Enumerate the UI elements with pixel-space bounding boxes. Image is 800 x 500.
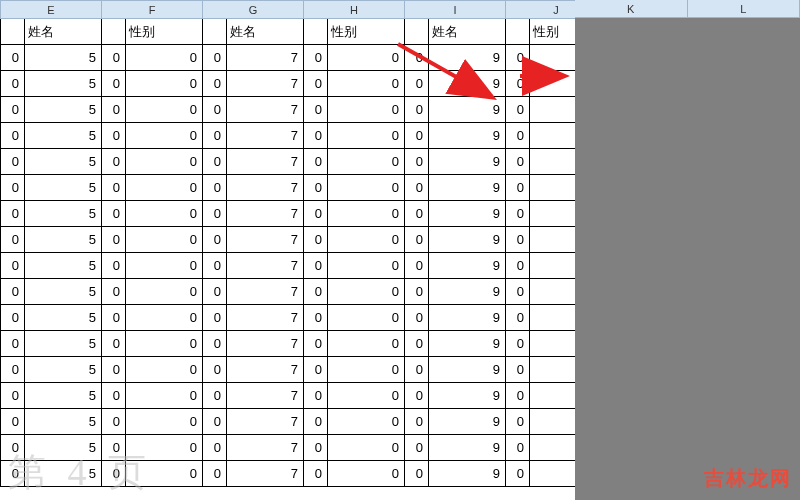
cell-value[interactable]: 9 (429, 435, 506, 461)
cell-value[interactable]: 0 (126, 383, 203, 409)
cell-narrow[interactable]: 0 (405, 149, 429, 175)
cell-narrow[interactable]: 0 (405, 227, 429, 253)
cell-narrow[interactable]: 0 (405, 45, 429, 71)
cell-value[interactable]: 5 (25, 201, 102, 227)
cell-narrow[interactable]: 0 (304, 305, 328, 331)
cell-narrow[interactable]: 0 (304, 149, 328, 175)
cell-value[interactable]: 0 (126, 71, 203, 97)
cell-narrow[interactable]: 0 (405, 383, 429, 409)
cell-narrow[interactable]: 0 (203, 201, 227, 227)
header-spacer[interactable] (1, 19, 25, 45)
cell-value[interactable]: 5 (25, 279, 102, 305)
cell-value[interactable]: 9 (429, 357, 506, 383)
cell-value[interactable]: 0 (328, 305, 405, 331)
cell-narrow[interactable]: 0 (506, 461, 530, 487)
cell-narrow[interactable]: 0 (304, 123, 328, 149)
cell-value[interactable]: 7 (227, 253, 304, 279)
cell-value[interactable]: 7 (227, 201, 304, 227)
header-name[interactable]: 姓名 (227, 19, 304, 45)
cell-narrow[interactable]: 0 (1, 149, 25, 175)
cell-value[interactable]: 9 (429, 253, 506, 279)
cell-value[interactable]: 5 (25, 123, 102, 149)
cell-value[interactable]: 0 (126, 45, 203, 71)
data-grid[interactable]: E F G H I J 姓名性别姓名性别姓名性别0500070009000500… (0, 0, 607, 487)
cell-value[interactable]: 7 (227, 97, 304, 123)
cell-value[interactable]: 5 (25, 305, 102, 331)
cell-value[interactable]: 0 (126, 149, 203, 175)
cell-value[interactable]: 7 (227, 357, 304, 383)
cell-value[interactable]: 5 (25, 97, 102, 123)
header-spacer[interactable] (304, 19, 328, 45)
cell-value[interactable]: 7 (227, 279, 304, 305)
cell-narrow[interactable]: 0 (203, 357, 227, 383)
cell-narrow[interactable]: 0 (506, 71, 530, 97)
cell-value[interactable]: 0 (328, 149, 405, 175)
cell-narrow[interactable]: 0 (203, 331, 227, 357)
cell-narrow[interactable]: 0 (1, 227, 25, 253)
col-header-i[interactable]: I (405, 1, 506, 19)
cell-narrow[interactable]: 0 (304, 175, 328, 201)
cell-value[interactable]: 5 (25, 253, 102, 279)
cell-value[interactable]: 5 (25, 331, 102, 357)
cell-narrow[interactable]: 0 (203, 123, 227, 149)
cell-value[interactable]: 0 (126, 97, 203, 123)
cell-narrow[interactable]: 0 (405, 97, 429, 123)
cell-value[interactable]: 0 (328, 357, 405, 383)
cell-narrow[interactable]: 0 (506, 305, 530, 331)
cell-narrow[interactable]: 0 (1, 45, 25, 71)
cell-narrow[interactable]: 0 (506, 97, 530, 123)
cell-narrow[interactable]: 0 (102, 331, 126, 357)
cell-narrow[interactable]: 0 (304, 409, 328, 435)
cell-narrow[interactable]: 0 (304, 461, 328, 487)
cell-narrow[interactable]: 0 (304, 383, 328, 409)
cell-narrow[interactable]: 0 (102, 71, 126, 97)
cell-narrow[interactable]: 0 (506, 279, 530, 305)
cell-narrow[interactable]: 0 (1, 253, 25, 279)
header-name[interactable]: 姓名 (25, 19, 102, 45)
cell-narrow[interactable]: 0 (203, 175, 227, 201)
header-name[interactable]: 姓名 (429, 19, 506, 45)
cell-value[interactable]: 0 (328, 45, 405, 71)
cell-narrow[interactable]: 0 (203, 227, 227, 253)
cell-narrow[interactable]: 0 (304, 435, 328, 461)
cell-value[interactable]: 0 (126, 227, 203, 253)
cell-narrow[interactable]: 0 (102, 201, 126, 227)
cell-narrow[interactable]: 0 (405, 71, 429, 97)
cell-narrow[interactable]: 0 (102, 383, 126, 409)
col-header-k[interactable]: K (575, 0, 688, 17)
cell-narrow[interactable]: 0 (203, 279, 227, 305)
cell-value[interactable]: 9 (429, 305, 506, 331)
cell-value[interactable]: 7 (227, 45, 304, 71)
cell-narrow[interactable]: 0 (203, 45, 227, 71)
cell-narrow[interactable]: 0 (102, 305, 126, 331)
header-spacer[interactable] (102, 19, 126, 45)
cell-value[interactable]: 0 (126, 123, 203, 149)
cell-value[interactable]: 9 (429, 461, 506, 487)
cell-narrow[interactable]: 0 (405, 409, 429, 435)
cell-value[interactable]: 5 (25, 71, 102, 97)
cell-narrow[interactable]: 0 (1, 97, 25, 123)
cell-value[interactable]: 9 (429, 201, 506, 227)
cell-value[interactable]: 0 (328, 175, 405, 201)
cell-value[interactable]: 0 (328, 71, 405, 97)
cell-narrow[interactable]: 0 (1, 201, 25, 227)
cell-narrow[interactable]: 0 (304, 331, 328, 357)
cell-value[interactable]: 0 (328, 383, 405, 409)
cell-value[interactable]: 7 (227, 435, 304, 461)
cell-value[interactable]: 0 (328, 435, 405, 461)
cell-narrow[interactable]: 0 (1, 305, 25, 331)
col-header-l[interactable]: L (688, 0, 801, 17)
cell-narrow[interactable]: 0 (506, 175, 530, 201)
cell-narrow[interactable]: 0 (203, 71, 227, 97)
cell-narrow[interactable]: 0 (506, 201, 530, 227)
cell-narrow[interactable]: 0 (203, 435, 227, 461)
cell-value[interactable]: 7 (227, 305, 304, 331)
cell-value[interactable]: 7 (227, 123, 304, 149)
cell-value[interactable]: 0 (126, 409, 203, 435)
cell-narrow[interactable]: 0 (304, 227, 328, 253)
cell-narrow[interactable]: 0 (405, 253, 429, 279)
cell-value[interactable]: 7 (227, 461, 304, 487)
cell-narrow[interactable]: 0 (1, 175, 25, 201)
cell-value[interactable]: 0 (328, 123, 405, 149)
cell-narrow[interactable]: 0 (102, 253, 126, 279)
